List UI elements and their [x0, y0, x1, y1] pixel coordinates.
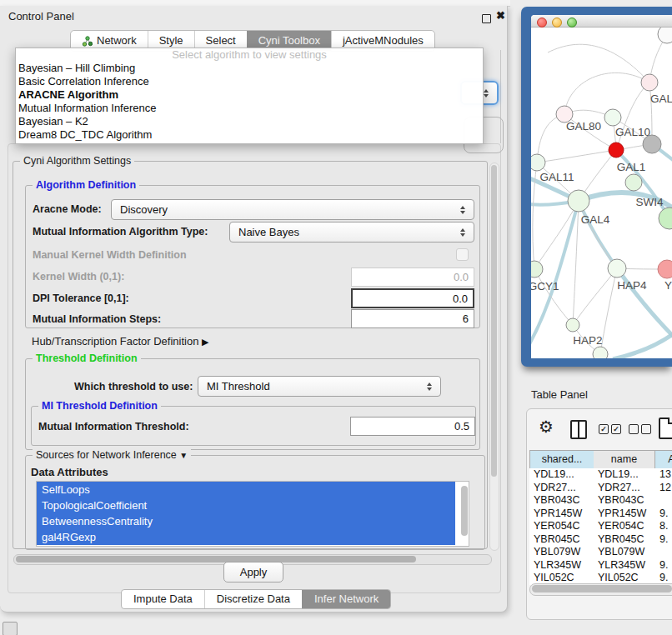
- network-graph-canvas[interactable]: GALGAL80GAL10GAL1GAL11SWI4GAL4GCY1HAP4YH…: [531, 28, 672, 358]
- attribute-item[interactable]: TopologicalCoefficient: [37, 498, 455, 513]
- table-row[interactable]: YBR045CYBR045C9.: [529, 533, 672, 547]
- unchecked-checkbox-icon[interactable]: [641, 424, 651, 434]
- data-attributes-list: SelfLoopsTopologicalCoefficientBetweenne…: [36, 481, 469, 547]
- table-row[interactable]: YBR043CYBR043C: [529, 494, 672, 508]
- float-window-icon[interactable]: [482, 14, 491, 23]
- algorithm-option[interactable]: Mutual Information Inference: [16, 102, 483, 115]
- network-node[interactable]: [593, 347, 608, 358]
- table-row[interactable]: YDR27...YDR27...12: [529, 482, 672, 495]
- which-threshold-select[interactable]: MI Threshold: [198, 376, 441, 397]
- dpi-tolerance-field[interactable]: 0.0: [351, 288, 474, 308]
- table-row[interactable]: YBL079WYBL079W: [529, 546, 672, 559]
- network-node-hap2[interactable]: [566, 318, 579, 332]
- attribute-item[interactable]: gal4RGexp: [37, 529, 455, 545]
- scrollbar-thumb[interactable]: [532, 585, 672, 592]
- table-horizontal-scrollbar[interactable]: [529, 583, 672, 596]
- network-edge: [573, 268, 617, 325]
- algorithm-option[interactable]: Basic Correlation Inference: [16, 75, 483, 88]
- network-node-gal10[interactable]: [604, 109, 621, 126]
- mi-type-select[interactable]: Naive Bayes: [229, 222, 474, 242]
- scrollbar-thumb[interactable]: [491, 165, 497, 477]
- table-cell: YPR145W: [529, 508, 594, 521]
- algorithm-dropdown-popup: Select algorithm to view settings Bayesi…: [15, 48, 484, 144]
- bottom-tab-infer-network[interactable]: Infer Network: [302, 590, 390, 608]
- checked-checkbox-icon[interactable]: ✓: [599, 424, 609, 434]
- collapsed-panel-icon[interactable]: [3, 622, 18, 635]
- network-edge: [537, 150, 616, 162]
- network-node-gal[interactable]: [641, 74, 658, 91]
- network-node-gal1[interactable]: [609, 142, 624, 158]
- algorithm-definition-title: Algorithm Definition: [33, 179, 139, 191]
- column-header[interactable]: shared...: [529, 450, 594, 469]
- column-header[interactable]: A: [655, 450, 672, 469]
- bottom-tab-impute-data[interactable]: Impute Data: [122, 590, 204, 608]
- aracne-mode-select[interactable]: Discovery: [111, 199, 474, 220]
- network-window-titlebar[interactable]: [531, 15, 672, 28]
- data-attributes-label: Data Attributes: [31, 466, 108, 478]
- table-cell: YER054C: [529, 520, 594, 533]
- table-cell: YBR043C: [529, 494, 594, 508]
- table-cell: 9.: [655, 508, 672, 521]
- close-icon[interactable]: ✖: [496, 9, 505, 22]
- scrollbar-thumb[interactable]: [16, 556, 416, 562]
- zoom-traffic-light-icon[interactable]: [567, 18, 577, 28]
- manual-kernel-checkbox[interactable]: [456, 248, 469, 261]
- network-node-swi4[interactable]: [625, 174, 642, 191]
- close-traffic-light-icon[interactable]: [537, 18, 547, 28]
- node-label: HAP4: [617, 279, 647, 292]
- network-node-gal11[interactable]: [531, 154, 545, 171]
- split-columns-icon[interactable]: [570, 420, 587, 439]
- vertical-scrollbar[interactable]: [489, 162, 499, 551]
- hub-definition-expander[interactable]: Hub/Transcription Factor Definition ▶: [32, 335, 208, 348]
- network-node-gal4[interactable]: [568, 190, 589, 212]
- collapse-down-icon[interactable]: ▼: [179, 451, 188, 460]
- node-label: SWI4: [635, 196, 663, 208]
- algorithm-option[interactable]: Dream8 DC_TDC Algorithm: [16, 128, 483, 142]
- network-view-frame[interactable]: GALGAL80GAL10GAL1GAL11SWI4GAL4GCY1HAP4YH…: [521, 7, 672, 367]
- table-cell: YER054C: [594, 520, 655, 533]
- scrollbar-thumb[interactable]: [461, 486, 468, 536]
- apply-button[interactable]: Apply: [223, 562, 283, 582]
- table-cell: YPR145W: [594, 508, 655, 521]
- page-icon[interactable]: [659, 418, 672, 439]
- attribute-item[interactable]: SelfLoops: [37, 482, 455, 498]
- network-node[interactable]: [659, 208, 672, 229]
- network-node-gcy1[interactable]: [531, 261, 543, 278]
- column-header[interactable]: name: [594, 450, 655, 469]
- dropdown-prompt: Select algorithm to view settings: [16, 48, 483, 62]
- node-label: GAL11: [539, 171, 574, 183]
- attribute-item[interactable]: BetweennessCentrality: [37, 513, 455, 529]
- network-node-hap4[interactable]: [608, 259, 626, 278]
- algorithm-option[interactable]: Bayesian – K2: [16, 115, 483, 128]
- node-label: HAP2: [573, 334, 602, 347]
- network-node-y[interactable]: [658, 260, 672, 278]
- network-edge: [600, 268, 617, 354]
- network-tab-icon: [82, 36, 93, 47]
- table-cell: YBR045C: [594, 533, 655, 547]
- cyni-algorithm-settings-group: Cyni Algorithm Settings Algorithm Defini…: [13, 161, 488, 549]
- table-row[interactable]: YLR345WYLR345W9.: [529, 559, 672, 572]
- gear-icon[interactable]: ⚙: [539, 418, 554, 435]
- kernel-width-field[interactable]: 0.0: [351, 268, 474, 287]
- table-row[interactable]: YDL19...YDL19...13: [529, 468, 672, 482]
- unchecked-checkbox-icon[interactable]: [629, 424, 639, 434]
- mi-steps-field[interactable]: 6: [351, 309, 474, 328]
- algorithm-option[interactable]: ARACNE Algorithm: [16, 88, 483, 102]
- network-node[interactable]: [658, 28, 672, 43]
- network-edge: [548, 44, 649, 82]
- threshold-definition-group: Threshold Definition Which threshold to …: [25, 358, 480, 450]
- table-row[interactable]: YER054CYER054C8.: [529, 520, 672, 533]
- mi-threshold-field[interactable]: 0.5: [350, 417, 475, 436]
- table-cell: 9.: [655, 533, 672, 547]
- bottom-tab-discretize-data[interactable]: Discretize Data: [204, 590, 302, 608]
- panel-title: Control Panel: [8, 10, 74, 22]
- mi-steps-label: Mutual Information Steps:: [33, 313, 161, 325]
- table-row[interactable]: YPR145WYPR145W9.: [529, 508, 672, 521]
- list-scrollbar[interactable]: [461, 484, 468, 542]
- algorithm-option[interactable]: Bayesian – Hill Climbing: [16, 62, 483, 75]
- mi-threshold-group: MI Threshold Definition Mutual Informati…: [31, 406, 476, 446]
- checked-checkbox-icon[interactable]: ✓: [611, 424, 621, 434]
- node-label: Y: [664, 279, 672, 292]
- minimize-traffic-light-icon[interactable]: [552, 18, 562, 28]
- combo-stepper-icon: [455, 206, 474, 214]
